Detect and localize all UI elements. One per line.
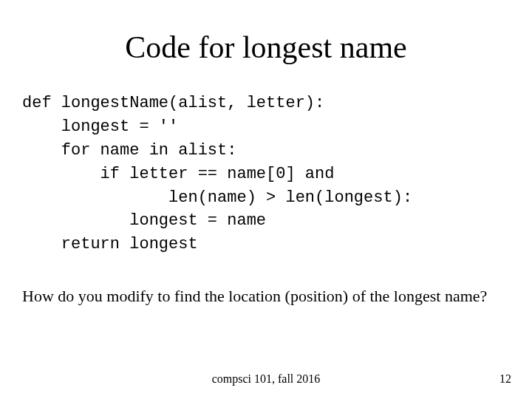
code-block: def longestName(alist, letter): longest … bbox=[22, 92, 510, 256]
page-title: Code for longest name bbox=[22, 30, 510, 65]
slide: Code for longest name def longestName(al… bbox=[0, 0, 532, 399]
footer-course: compsci 101, fall 2016 bbox=[0, 372, 532, 386]
footer-page-number: 12 bbox=[499, 372, 511, 386]
prompt-question: How do you modify to find the location (… bbox=[22, 286, 495, 307]
